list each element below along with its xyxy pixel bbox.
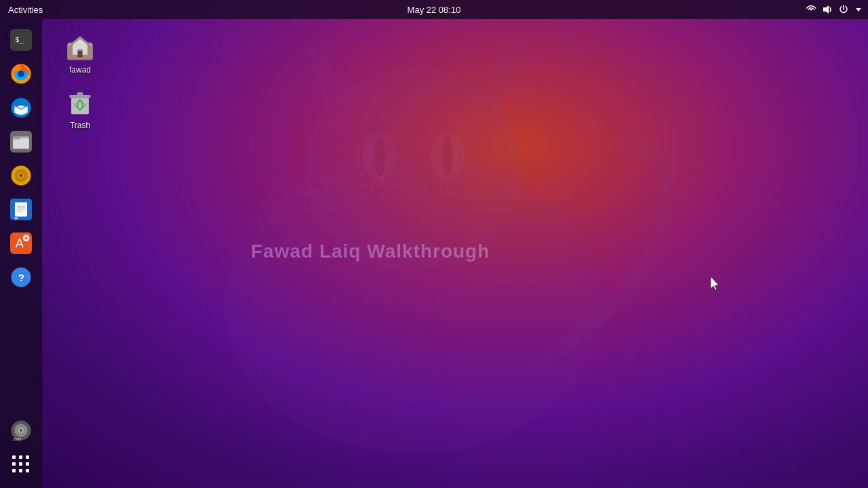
svg-point-37 [20, 174, 22, 177]
topbar-clock[interactable]: May 22 08:10 [408, 5, 461, 15]
svg-point-6 [374, 136, 385, 176]
watermark-text: Fawad Laiq Walkthrough [251, 241, 490, 262]
svg-point-5 [431, 132, 465, 180]
svg-line-9 [258, 207, 370, 210]
svg-marker-3 [461, 41, 522, 108]
svg-point-0 [224, 156, 604, 454]
svg-line-18 [170, 224, 414, 325]
svg-rect-64 [19, 469, 22, 472]
svg-line-14 [203, 224, 414, 427]
svg-text:DVD: DVD [13, 437, 21, 441]
svg-point-4 [363, 132, 397, 180]
svg-line-10 [271, 220, 372, 224]
svg-point-55 [20, 429, 22, 432]
svg-rect-58 [19, 455, 22, 459]
svg-text:W: W [14, 216, 19, 220]
svg-text:A: A [16, 237, 24, 250]
desktop-icon-fawad[interactable]: fawad [53, 30, 107, 75]
svg-point-7 [442, 136, 453, 176]
cursor [711, 277, 722, 290]
dock-item-software[interactable]: A [5, 228, 37, 259]
svg-line-19 [414, 224, 658, 325]
trash-icon-label: Trash [70, 121, 90, 130]
cat-watermark [136, 20, 692, 468]
svg-rect-32 [13, 138, 29, 148]
svg-rect-69 [77, 51, 82, 57]
svg-rect-73 [77, 92, 83, 96]
svg-line-16 [414, 224, 542, 461]
svg-rect-33 [13, 136, 20, 139]
dock: $_ [0, 19, 42, 488]
svg-rect-57 [12, 455, 16, 459]
svg-marker-21 [823, 5, 829, 14]
svg-line-8 [271, 190, 373, 200]
svg-text:?: ? [18, 272, 24, 283]
svg-line-15 [271, 224, 414, 461]
activities-button[interactable]: Activities [5, 5, 45, 15]
svg-rect-39 [15, 203, 27, 217]
fawad-icon-box [64, 30, 96, 62]
fawad-icon-label: fawad [69, 65, 91, 75]
dock-item-terminal[interactable]: $_ [5, 24, 37, 56]
topbar-left: Activities [5, 5, 45, 15]
dock-item-files[interactable] [5, 126, 37, 157]
desktop-icons: fawad [47, 19, 113, 141]
svg-text:$_: $_ [15, 35, 24, 44]
power-icon[interactable] [838, 4, 849, 15]
trash-icon-box [64, 85, 96, 118]
svg-rect-61 [19, 462, 22, 466]
desktop-icon-trash[interactable]: Trash [53, 85, 107, 130]
svg-line-12 [456, 207, 570, 210]
desktop: Fawad Laiq Walkthrough Activities May 22… [0, 0, 868, 488]
show-applications-button[interactable] [5, 449, 37, 480]
dock-item-thunderbird[interactable] [5, 92, 37, 123]
svg-point-1 [305, 68, 522, 271]
svg-marker-22 [856, 8, 861, 12]
topbar-right [806, 4, 863, 15]
svg-rect-59 [26, 455, 29, 459]
svg-marker-2 [305, 41, 366, 108]
dock-item-writer[interactable]: W [5, 194, 37, 225]
svg-rect-62 [26, 462, 29, 466]
svg-point-27 [18, 70, 24, 77]
svg-line-17 [414, 224, 624, 427]
system-menu-arrow[interactable] [854, 5, 863, 14]
dock-item-firefox[interactable] [5, 58, 37, 89]
svg-line-11 [454, 190, 556, 200]
topbar: Activities May 22 08:10 [0, 0, 868, 19]
svg-rect-63 [12, 469, 16, 472]
dock-item-help[interactable]: ? [5, 262, 37, 293]
volume-icon[interactable] [822, 4, 833, 15]
network-icon[interactable] [806, 4, 816, 15]
svg-point-20 [810, 9, 812, 11]
dock-item-rhythmbox[interactable] [5, 160, 37, 191]
svg-rect-65 [26, 469, 29, 472]
svg-line-13 [454, 220, 556, 224]
dock-item-dvd[interactable]: DVD [5, 415, 37, 446]
svg-rect-60 [12, 462, 16, 466]
